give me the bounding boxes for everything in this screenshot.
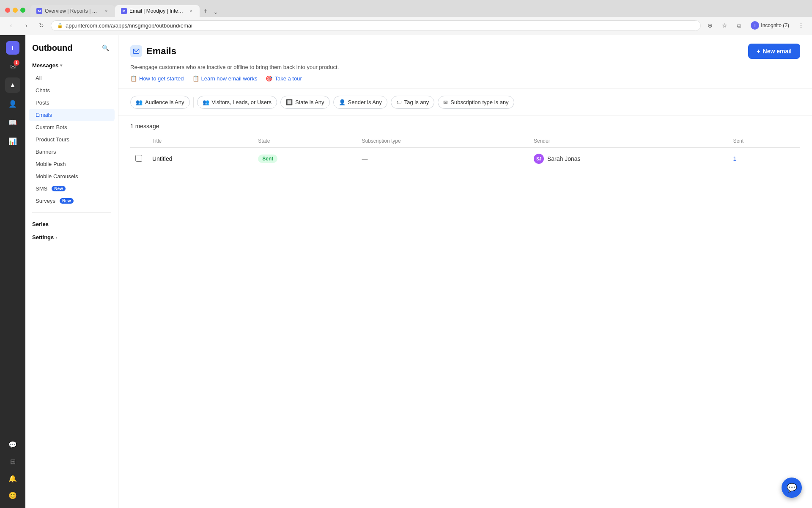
header-links: 📋 How to get started 📋 Learn how email w… xyxy=(130,75,800,82)
get-started-link[interactable]: 📋 How to get started xyxy=(130,75,184,82)
new-email-plus-icon: + xyxy=(757,48,760,55)
tab-2-favicon: M xyxy=(121,8,127,14)
sidebar-header: Outbound 🔍 xyxy=(25,42,118,61)
chat-bubble-icon: 💬 xyxy=(787,483,797,493)
sender-name: Sarah Jonas xyxy=(547,155,581,162)
take-tour-link[interactable]: 🎯 Take a tour xyxy=(266,75,302,82)
rail-icon-chat[interactable]: 💬 xyxy=(5,437,20,452)
profile-button[interactable]: I Incognito (2) xyxy=(747,19,793,31)
inbox-badge: 1 xyxy=(14,60,19,66)
refresh-button[interactable]: ↻ xyxy=(36,19,47,31)
row-1-sent-count: 1 xyxy=(733,155,736,162)
subscription-filter-icon: ✉ xyxy=(443,99,448,105)
series-label[interactable]: Series xyxy=(25,218,118,231)
sidebar-item-mobile-carousels[interactable]: Mobile Carousels xyxy=(29,170,115,182)
sender-filter-icon: 👤 xyxy=(339,99,346,105)
url-text: app.intercom.com/a/apps/nnsgmgob/outboun… xyxy=(66,22,194,29)
rail-icon-apps[interactable]: ⊞ xyxy=(5,454,20,469)
state-filter[interactable]: 🔲 State is Any xyxy=(280,96,330,109)
sidebar-title: Outbound xyxy=(32,43,73,53)
profile-icon: 😊 xyxy=(8,491,17,500)
profile-avatar: I xyxy=(751,21,759,30)
close-window-button[interactable] xyxy=(5,8,10,13)
sidebar-search-button[interactable]: 🔍 xyxy=(99,42,111,54)
state-filter-icon: 🔲 xyxy=(286,99,293,105)
rail-icon-notifications[interactable]: 🔔 xyxy=(5,471,20,486)
audience-filter-icon: 👥 xyxy=(136,99,143,105)
filter-separator-1 xyxy=(193,97,194,108)
settings-chevron-icon: › xyxy=(55,235,57,240)
row-1-state-badge: Sent xyxy=(258,155,277,163)
audience-filter[interactable]: 👥 Audience is Any xyxy=(130,96,190,109)
messages-section-label[interactable]: Messages ▾ xyxy=(25,61,118,72)
back-button[interactable]: ‹ xyxy=(5,19,17,31)
profile-label: Incognito (2) xyxy=(761,22,789,28)
minimize-window-button[interactable] xyxy=(13,8,18,13)
sender-filter[interactable]: 👤 Sender is Any xyxy=(333,96,387,109)
take-tour-icon: 🎯 xyxy=(266,75,272,82)
main-header-top: Emails + New email xyxy=(130,44,800,59)
chat-icon: 💬 xyxy=(8,441,17,449)
notifications-icon: 🔔 xyxy=(8,475,17,483)
new-email-button[interactable]: + New email xyxy=(748,44,800,59)
row-1-checkbox[interactable] xyxy=(135,155,142,162)
rail-icon-reports[interactable]: 📊 xyxy=(5,133,20,149)
sidebar-item-sms[interactable]: SMS New xyxy=(29,182,115,195)
subscription-filter[interactable]: ✉ Subscription type is any xyxy=(438,96,514,109)
surveys-badge: New xyxy=(60,198,74,204)
main-header: Emails + New email Re-engage customers w… xyxy=(118,35,812,89)
sidebar-item-all[interactable]: All xyxy=(29,72,115,84)
sidebar-item-posts[interactable]: Posts xyxy=(29,97,115,109)
contacts-icon: 👤 xyxy=(8,100,17,108)
forward-button[interactable]: › xyxy=(20,19,32,31)
messages-chevron-icon: ▾ xyxy=(60,63,62,68)
sidebar-item-chats[interactable]: Chats xyxy=(29,84,115,97)
rail-icon-outbound[interactable]: ▲ xyxy=(5,77,20,93)
table-header: Title State Subscription type Sender Sen… xyxy=(130,135,800,148)
new-tab-button[interactable]: + xyxy=(200,5,211,17)
rail-app-logo[interactable]: I xyxy=(5,40,20,55)
bookmark-icon[interactable]: ☆ xyxy=(719,19,730,31)
sidebar-item-emails[interactable]: Emails xyxy=(29,109,115,121)
tabs-bar: M Overview | Reports | Moodjoy × M Email… xyxy=(30,5,220,17)
visitors-filter[interactable]: 👥 Visitors, Leads, or Users xyxy=(197,96,277,109)
table-row: Untitled Sent — SJ xyxy=(130,148,800,170)
get-started-icon: 📋 xyxy=(130,75,137,82)
sidebar-item-custom-bots[interactable]: Custom Bots xyxy=(29,121,115,133)
row-1-title[interactable]: Untitled xyxy=(152,155,172,162)
col-sender: Sender xyxy=(529,135,728,148)
sidebar-item-banners[interactable]: Banners xyxy=(29,146,115,158)
row-1-subscription: — xyxy=(362,155,368,162)
extensions-icon[interactable]: ⊕ xyxy=(704,19,716,31)
email-icon-box xyxy=(130,45,142,57)
col-title: Title xyxy=(147,135,253,148)
window-icon[interactable]: ⧉ xyxy=(733,19,745,31)
settings-label[interactable]: Settings › xyxy=(25,231,118,244)
maximize-window-button[interactable] xyxy=(20,8,25,13)
table-body: Untitled Sent — SJ xyxy=(130,148,800,170)
tag-filter[interactable]: 🏷 Tag is any xyxy=(391,96,435,109)
rail-icon-contacts[interactable]: 👤 xyxy=(5,96,20,111)
knowledge-icon: 📖 xyxy=(8,119,17,127)
sidebar-item-surveys[interactable]: Surveys New xyxy=(29,195,115,207)
icon-rail: I ✉ 1 ▲ 👤 📖 📊 💬 ⊞ 🔔 xyxy=(0,35,25,508)
tab-expand-button[interactable]: ⌄ xyxy=(211,7,220,17)
address-bar[interactable]: 🔒 app.intercom.com/a/apps/nnsgmgob/outbo… xyxy=(51,20,701,31)
learn-email-link[interactable]: 📋 Learn how email works xyxy=(192,75,258,82)
row-1-state-cell: Sent xyxy=(253,148,357,170)
chat-bubble-button[interactable]: 💬 xyxy=(782,478,802,498)
tab-2-close[interactable]: × xyxy=(188,8,194,14)
sidebar-item-mobile-push[interactable]: Mobile Push xyxy=(29,158,115,170)
traffic-lights xyxy=(5,8,25,13)
browser-tab-1[interactable]: M Overview | Reports | Moodjoy × xyxy=(30,5,115,17)
col-state: State xyxy=(253,135,357,148)
browser-tab-2[interactable]: M Email | Moodjoy | Intercom × xyxy=(115,5,200,17)
rail-icon-profile[interactable]: 😊 xyxy=(5,488,20,503)
learn-email-icon: 📋 xyxy=(192,75,199,82)
rail-icon-inbox[interactable]: ✉ 1 xyxy=(5,59,20,74)
rail-icon-knowledge[interactable]: 📖 xyxy=(5,115,20,130)
more-icon[interactable]: ⋮ xyxy=(795,19,807,31)
outbound-icon: ▲ xyxy=(9,81,16,89)
tab-1-close[interactable]: × xyxy=(104,8,109,14)
sidebar-item-product-tours[interactable]: Product Tours xyxy=(29,133,115,146)
